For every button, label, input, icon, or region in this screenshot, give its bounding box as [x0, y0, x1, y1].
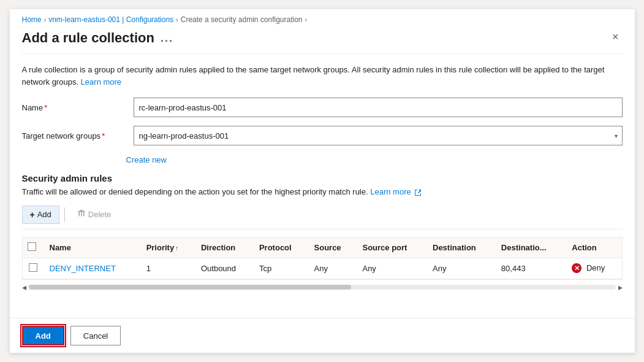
svg-rect-3: [83, 212, 85, 217]
ng-required: *: [102, 131, 105, 141]
plus-icon: +: [30, 210, 35, 220]
panel: Home › vnm-learn-eastus-001 | Configurat…: [10, 9, 635, 353]
row-direction: Outbound: [195, 258, 253, 279]
col-priority[interactable]: Priority↑: [140, 237, 195, 258]
col-source-port: Source port: [356, 237, 426, 258]
table-header: Name Priority↑ Direction Protocol Source…: [23, 237, 622, 258]
external-link-icon-2: [414, 189, 422, 196]
sort-icon: ↑: [175, 245, 178, 252]
sep2: ›: [176, 16, 178, 23]
name-label: Name*: [22, 103, 126, 112]
name-row: Name*: [22, 98, 623, 117]
security-rules-title: Security admin rules: [22, 173, 623, 183]
row-checkbox[interactable]: [29, 263, 37, 272]
breadcrumb: Home › vnm-learn-eastus-001 | Configurat…: [10, 9, 635, 28]
row-source: Any: [308, 258, 357, 279]
rules-table: Name Priority↑ Direction Protocol Source…: [23, 237, 622, 279]
panel-header: Add a rule collection ... ×: [10, 28, 635, 53]
cancel-button[interactable]: Cancel: [70, 326, 121, 345]
toolbar-separator: [64, 207, 65, 222]
row-checkbox-col: [23, 258, 44, 279]
action-text: Deny: [586, 263, 605, 272]
add-button[interactable]: Add: [22, 326, 64, 345]
close-button[interactable]: ×: [608, 30, 623, 44]
row-destination-port: 80,443: [495, 258, 566, 279]
delete-icon: [77, 209, 86, 220]
svg-rect-0: [78, 211, 85, 212]
col-direction: Direction: [195, 237, 253, 258]
col-destination-port: Destinatio...: [495, 237, 566, 258]
security-rules-desc: Traffic will be allowed or denied depend…: [22, 186, 623, 198]
deny-icon: ✕: [572, 263, 581, 273]
security-rules-learn-more-link[interactable]: Learn more: [370, 187, 422, 196]
rules-table-wrap: Name Priority↑ Direction Protocol Source…: [22, 237, 623, 280]
sep3: ›: [305, 16, 308, 23]
network-groups-label: Target network groups*: [22, 131, 126, 141]
name-input[interactable]: [134, 98, 623, 117]
svg-rect-2: [78, 212, 80, 217]
breadcrumb-create: Create a security admin configuration: [181, 15, 303, 24]
add-label: Add: [37, 210, 51, 219]
network-groups-select[interactable]: ng-learn-prod-eastus-001: [134, 126, 623, 145]
delete-label: Delete: [88, 210, 112, 219]
rules-toolbar: + Add Delete: [22, 206, 623, 229]
network-groups-row: Target network groups* ng-learn-prod-eas…: [22, 126, 623, 145]
breadcrumb-home[interactable]: Home: [22, 15, 42, 24]
svg-rect-1: [80, 210, 83, 211]
sep1: ›: [44, 16, 47, 23]
network-groups-select-wrap: ng-learn-prod-eastus-001 ▾: [134, 126, 623, 145]
table-row: DENY_INTERNET 1 Outbound Tcp Any Any Any…: [23, 258, 622, 279]
panel-title: Add a rule collection ...: [22, 30, 173, 46]
security-rules-desc-text: Traffic will be allowed or denied depend…: [22, 187, 368, 196]
name-required: *: [44, 103, 47, 112]
add-rule-button[interactable]: + Add: [22, 206, 59, 224]
scrollbar-thumb: [29, 285, 352, 290]
row-source-port: Any: [356, 258, 426, 279]
col-source: Source: [308, 237, 357, 258]
more-button[interactable]: ...: [161, 32, 173, 45]
description-text: A rule collection is a group of security…: [22, 64, 623, 88]
breadcrumb-config[interactable]: vnm-learn-eastus-001 | Configurations: [48, 15, 173, 24]
select-all-col: [23, 237, 44, 258]
horizontal-scrollbar[interactable]: ◂ ▸: [22, 280, 623, 295]
scrollbar-track: [29, 285, 616, 290]
col-destination: Destination: [426, 237, 495, 258]
description-learn-more-link[interactable]: Learn more: [81, 77, 121, 87]
scroll-right-icon[interactable]: ▸: [618, 282, 623, 292]
create-new-link[interactable]: Create new: [126, 155, 167, 164]
table-body: DENY_INTERNET 1 Outbound Tcp Any Any Any…: [23, 258, 622, 279]
col-protocol: Protocol: [253, 237, 308, 258]
panel-title-text: Add a rule collection: [22, 30, 154, 46]
svg-rect-4: [81, 212, 82, 217]
delete-rule-button[interactable]: Delete: [70, 206, 119, 224]
scroll-left-icon[interactable]: ◂: [22, 282, 26, 292]
row-priority: 1: [140, 258, 195, 279]
row-protocol: Tcp: [253, 258, 308, 279]
row-action: ✕ Deny: [566, 258, 621, 279]
col-action: Action: [566, 237, 621, 258]
select-all-checkbox[interactable]: [28, 242, 36, 251]
col-name: Name: [44, 237, 140, 258]
rule-name-link[interactable]: DENY_INTERNET: [50, 264, 116, 273]
panel-body: A rule collection is a group of security…: [10, 54, 635, 318]
panel-footer: Add Cancel: [10, 318, 635, 353]
row-name: DENY_INTERNET: [44, 258, 140, 279]
row-destination: Any: [426, 258, 495, 279]
